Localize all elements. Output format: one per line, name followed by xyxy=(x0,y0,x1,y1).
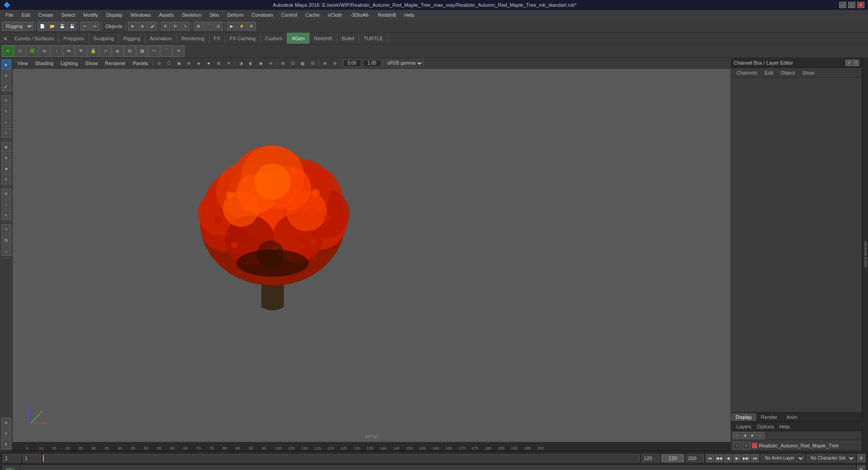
menu-item-control[interactable]: Control xyxy=(278,11,301,19)
grid-view-icon[interactable]: ⊞ xyxy=(279,59,287,67)
sculpt-tool[interactable]: ⊕ xyxy=(1,153,11,163)
create-poly-tool[interactable]: △ xyxy=(1,246,11,256)
render-region-tool[interactable]: ▨ xyxy=(1,235,11,245)
menu-item-skeleton[interactable]: Skeleton xyxy=(178,11,205,19)
move-tool[interactable]: ✛ xyxy=(1,95,11,105)
shelf-select-icon[interactable]: ✕ xyxy=(2,45,14,57)
gamma-dropdown[interactable]: sRGB gamma xyxy=(385,60,424,67)
shelf-wave-icon[interactable]: 〜 xyxy=(148,45,160,57)
shelf-tab-polygons[interactable]: Polygons xyxy=(59,33,89,44)
menu-item-ncloth[interactable]: nCloth xyxy=(324,11,346,19)
camera-icon[interactable]: ⊙ xyxy=(155,59,163,67)
menu-item-edit[interactable]: Edit xyxy=(18,11,34,19)
mode-dropdown[interactable]: Rigging xyxy=(2,22,33,31)
show-manip-tool[interactable]: ⊞ xyxy=(1,188,11,198)
options-tab[interactable]: Options xyxy=(754,424,777,429)
anim-layer-dropdown[interactable]: No Anim Layer xyxy=(761,454,805,462)
end-frame-input[interactable] xyxy=(642,454,660,462)
display-tab[interactable]: Display xyxy=(731,413,756,421)
redo-btn[interactable]: ↪ xyxy=(90,22,99,31)
save-scene-btn[interactable]: 💾 xyxy=(67,22,76,31)
dof-icon[interactable]: ◉ xyxy=(257,59,265,67)
shelf-tab-curvessurfaces[interactable]: Curves / Surfaces xyxy=(10,33,59,44)
shaded-icon[interactable]: ■ xyxy=(205,59,213,67)
heads-up-icon[interactable]: ▦ xyxy=(299,59,307,67)
menu-item-constrain[interactable]: Constrain xyxy=(248,11,277,19)
attr-editor-strip[interactable]: Attribute Editor xyxy=(862,58,868,451)
step-back-btn[interactable]: ◀◀ xyxy=(715,454,723,462)
edit-tab[interactable]: Edit xyxy=(761,69,777,76)
panels-menu[interactable]: Panels xyxy=(130,60,151,67)
shelf-eye-icon[interactable]: 👁 xyxy=(75,45,87,57)
transform-tool[interactable]: ⊹ xyxy=(1,128,11,138)
ik-tool[interactable]: ↯ xyxy=(1,174,11,184)
layers-tab[interactable]: Layers xyxy=(734,424,754,429)
shelf-tab-bullet[interactable]: Bullet xyxy=(337,33,359,44)
shelf-tab-sculpting[interactable]: Sculpting xyxy=(89,33,119,44)
render-settings-btn[interactable]: ⚙ xyxy=(247,22,256,31)
menu-item-file[interactable]: File xyxy=(2,11,17,19)
measure-tool[interactable]: ↔ xyxy=(1,199,11,209)
layer-next-btn[interactable]: ▶ xyxy=(749,432,756,439)
menu-item-display[interactable]: Display xyxy=(103,11,126,19)
select-btn[interactable]: ⊕ xyxy=(128,22,137,31)
more-btn[interactable]: ▼ xyxy=(1,439,11,449)
minimize-button[interactable]: ─ xyxy=(839,2,846,8)
annotate-tool[interactable]: ✎ xyxy=(1,210,11,220)
timeline-ruler[interactable]: 5101520253035404550556065707580859095100… xyxy=(13,442,731,451)
shelf-mirror-icon[interactable]: ⇆ xyxy=(63,45,75,57)
soft-mod-tool[interactable]: ◉ xyxy=(1,142,11,152)
shelf-arrow2-icon[interactable]: ↗ xyxy=(99,45,111,57)
shading-menu[interactable]: Shading xyxy=(33,60,56,67)
curve-tool[interactable]: 〜 xyxy=(1,224,11,234)
channels-tab[interactable]: Channels xyxy=(733,69,761,76)
shelf-node-icon[interactable]: ◈ xyxy=(112,45,123,57)
start-frame-input[interactable] xyxy=(3,454,21,462)
range-end-input[interactable] xyxy=(686,454,704,462)
ipr-btn[interactable]: ⚡ xyxy=(237,22,246,31)
shelf-grid-icon[interactable]: ⊞ xyxy=(124,45,136,57)
menu-item-deform[interactable]: Deform xyxy=(224,11,247,19)
shelf-tube-icon[interactable]: ⊕ xyxy=(38,45,50,57)
play-back-btn[interactable]: ◀ xyxy=(724,454,732,462)
region-icon[interactable]: ⊕ xyxy=(321,59,329,67)
snap-cam-icon[interactable]: ⊚ xyxy=(331,59,339,67)
undo-btn[interactable]: ↩ xyxy=(80,22,90,31)
iso-icon[interactable]: ◈ xyxy=(195,59,203,67)
layer-add-btn[interactable]: ◁ xyxy=(733,432,740,439)
shelf-plane-icon[interactable]: ▦ xyxy=(136,45,148,57)
layer-end-btn[interactable]: ▷ xyxy=(757,432,764,439)
near-clip-input[interactable] xyxy=(343,60,361,67)
select-view-icon[interactable]: ⊡ xyxy=(289,59,297,67)
settings-btn[interactable]: ⚙ xyxy=(857,454,865,462)
menu-item-skin[interactable]: Skin xyxy=(206,11,222,19)
rotate-tool[interactable]: ↻ xyxy=(1,106,11,116)
select-tool[interactable]: ▶ xyxy=(1,60,11,70)
rotate-btn[interactable]: ↻ xyxy=(171,22,180,31)
shelf-arrow-icon[interactable]: ↕ xyxy=(51,45,62,57)
save-file-btn[interactable]: 💾 xyxy=(57,22,66,31)
go-end-btn[interactable]: ⏭ xyxy=(751,454,759,462)
scale-btn[interactable]: ⤡ xyxy=(181,22,190,31)
texture-icon[interactable]: ⊞ xyxy=(215,59,223,67)
snap-point-btn[interactable]: ⊡ xyxy=(214,22,223,31)
mel-run-btn[interactable]: ⚙ xyxy=(857,465,865,470)
menu-item-assets[interactable]: Assets xyxy=(155,11,177,19)
shelf-tab-rigging[interactable]: Rigging xyxy=(119,33,145,44)
render-btn[interactable]: ▶ xyxy=(227,22,236,31)
move-btn[interactable]: ✛ xyxy=(161,22,170,31)
shelf-lock-icon[interactable]: 🔒 xyxy=(87,45,99,57)
shelf-tab-fx[interactable]: FX xyxy=(209,33,225,44)
play-fwd-btn[interactable]: ▶ xyxy=(733,454,741,462)
menu-item-help[interactable]: Help xyxy=(401,11,418,19)
grid-btn[interactable]: ⊞ xyxy=(1,418,11,428)
show-tab[interactable]: Show xyxy=(798,69,818,76)
shelf-camera-icon[interactable]: ⊙ xyxy=(14,45,26,57)
menu-item-create[interactable]: Create xyxy=(35,11,57,19)
menu-item-dtoall[interactable]: -3DtoAll- xyxy=(347,11,373,19)
go-start-btn[interactable]: ⏮ xyxy=(706,454,714,462)
paint-sel-btn[interactable]: 🖌 xyxy=(148,22,157,31)
wireframe-icon[interactable]: ☐ xyxy=(165,59,173,67)
layer-row[interactable]: V P Realistic_Autumn_Red_Maple_Tree xyxy=(731,440,862,451)
menu-item-select[interactable]: Select xyxy=(58,11,79,19)
